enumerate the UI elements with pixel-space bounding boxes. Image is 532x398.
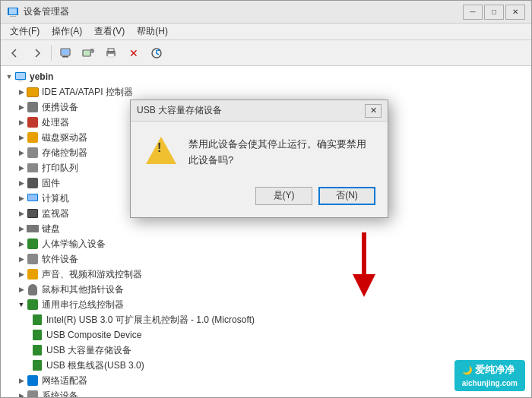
- scan-icon: ↑: [82, 47, 94, 59]
- usb-controller-label: 通用串行总线控制器: [42, 298, 124, 311]
- tree-item-label: Intel(R) USB 3.0 可扩展主机控制器 - 1.0 (Microso…: [46, 314, 255, 327]
- svg-rect-16: [16, 73, 25, 79]
- usb-disable-dialog: USB 大容量存储设备 ✕ 禁用此设备会使其停止运行。确实要禁用 此设备吗? 是…: [130, 100, 388, 218]
- list-item[interactable]: USB 根集线器(USB 3.0): [1, 358, 531, 373]
- arrow-icon: ▶: [16, 132, 27, 143]
- back-icon: [8, 47, 21, 59]
- arrow-icon: ▶: [16, 238, 27, 249]
- warning-icon: [146, 137, 176, 167]
- usb-hub-icon: [27, 298, 39, 311]
- arrow-icon: ▶: [16, 208, 27, 219]
- keyboard-icon: [27, 223, 39, 235]
- tree-item-label: 便携设备: [42, 101, 78, 114]
- menu-view[interactable]: 查看(V): [88, 24, 131, 39]
- svg-rect-12: [108, 54, 114, 57]
- arrow-icon: ▶: [16, 254, 27, 264]
- list-item[interactable]: ▶ 网络适配器: [1, 373, 531, 388]
- delete-button[interactable]: ✕: [123, 43, 144, 63]
- list-item[interactable]: Intel(R) USB 3.0 可扩展主机控制器 - 1.0 (Microso…: [1, 312, 531, 327]
- menu-action[interactable]: 操作(A): [46, 24, 88, 39]
- usb-storage-label: USB 大容量存储设备: [46, 344, 131, 357]
- print-button[interactable]: [100, 43, 122, 63]
- root-label: yebin: [30, 71, 53, 82]
- svg-text:↑: ↑: [91, 49, 93, 53]
- system-device-icon: [27, 390, 39, 397]
- yes-button[interactable]: 是(Y): [255, 187, 312, 205]
- svg-rect-7: [84, 51, 90, 55]
- usb-arrow: ▼: [16, 299, 27, 310]
- usb-composite-icon: [31, 329, 43, 341]
- arrow-icon: ▶: [16, 102, 27, 112]
- usb-controller-item[interactable]: ▼ 通用串行总线控制器: [1, 297, 531, 312]
- forward-button[interactable]: [27, 43, 48, 63]
- list-item[interactable]: ▶ 人体学输入设备: [1, 236, 531, 251]
- tree-item-label: 磁盘驱动器: [42, 131, 87, 144]
- usb-device-icon: [31, 314, 43, 326]
- processor-icon: [27, 116, 39, 128]
- title-bar: 设备管理器 ─ □ ✕: [1, 1, 531, 24]
- properties-button[interactable]: [55, 43, 76, 63]
- update-button[interactable]: [146, 43, 167, 63]
- watermark: 🌙 爱纯净净 aichunjing.com: [454, 360, 525, 391]
- warning-triangle: [146, 137, 176, 164]
- tree-item-label: 软件设备: [42, 253, 78, 266]
- menu-bar: 文件(F) 操作(A) 查看(V) 帮助(H): [1, 24, 531, 40]
- arrow-icon: ▶: [16, 147, 27, 158]
- toolbar-sep-1: [51, 46, 52, 61]
- portable-icon: [27, 101, 39, 113]
- watermark-site: aichunjing.com: [462, 379, 518, 387]
- svg-marker-20: [353, 274, 375, 297]
- disk-icon: [27, 131, 39, 144]
- list-item[interactable]: ▶ 软件设备: [1, 251, 531, 267]
- back-button[interactable]: [4, 43, 25, 63]
- svg-rect-2: [9, 8, 17, 14]
- usb-storage-icon: [31, 344, 43, 356]
- tree-item-label: 处理器: [42, 116, 69, 129]
- ide-icon: [27, 86, 39, 98]
- title-bar-controls: ─ □ ✕: [463, 5, 525, 20]
- list-item[interactable]: ▶ IDE ATA/ATAPI 控制器: [1, 84, 531, 100]
- usb-storage-item[interactable]: USB 大容量存储设备: [1, 343, 531, 358]
- forward-icon: [31, 47, 43, 59]
- tree-root[interactable]: ▼ yebin: [1, 69, 531, 84]
- dialog-title-bar: USB 大容量存储设备 ✕: [131, 100, 388, 122]
- arrow-icon: ▶: [16, 178, 27, 188]
- storage-icon: [27, 147, 39, 159]
- list-item[interactable]: ▶ 声音、视频和游戏控制器: [1, 267, 531, 282]
- arrow-icon: ▶: [16, 375, 27, 386]
- dialog-message-line2: 此设备吗?: [188, 154, 233, 166]
- menu-help[interactable]: 帮助(H): [131, 24, 174, 39]
- list-item[interactable]: ▶ 系统设备: [1, 388, 531, 397]
- close-button[interactable]: ✕: [505, 5, 525, 20]
- network-icon: [27, 374, 39, 387]
- comp-icon: [27, 193, 39, 204]
- svg-rect-18: [28, 194, 37, 201]
- tree-item-label: 声音、视频和游戏控制器: [42, 268, 142, 281]
- properties-icon: [59, 47, 71, 59]
- no-button[interactable]: 否(N): [318, 187, 375, 205]
- print-icon: [105, 47, 117, 59]
- menu-file[interactable]: 文件(F): [4, 24, 46, 39]
- tree-item-label: 固件: [42, 177, 60, 190]
- minimize-button[interactable]: ─: [463, 5, 483, 20]
- svg-rect-1: [10, 16, 16, 17]
- list-item[interactable]: USB Composite Device: [1, 327, 531, 343]
- arrow-icon: ▶: [16, 163, 27, 173]
- list-item[interactable]: ▶ 鼠标和其他指针设备: [1, 282, 531, 297]
- root-arrow: ▼: [4, 71, 14, 82]
- device-manager-window: 设备管理器 ─ □ ✕ 文件(F) 操作(A) 查看(V) 帮助(H): [0, 0, 532, 398]
- tree-item-label: USB 根集线器(USB 3.0): [46, 359, 144, 372]
- maximize-button[interactable]: □: [484, 5, 504, 20]
- dialog-body: 禁用此设备会使其停止运行。确实要禁用 此设备吗?: [131, 122, 388, 181]
- computer-icon: [14, 71, 27, 82]
- delete-icon: ✕: [129, 47, 138, 59]
- scan-button[interactable]: ↑: [78, 43, 99, 63]
- window-icon: [7, 6, 19, 18]
- title-bar-left: 设备管理器: [7, 5, 69, 18]
- dialog-message: 禁用此设备会使其停止运行。确实要禁用 此设备吗?: [188, 137, 372, 169]
- tree-item-label: 网络适配器: [42, 374, 87, 387]
- dialog-close-button[interactable]: ✕: [365, 104, 382, 118]
- firmware-icon: [27, 177, 39, 189]
- tree-item-label: 打印队列: [42, 162, 78, 175]
- list-item[interactable]: ▶ 键盘: [1, 221, 531, 236]
